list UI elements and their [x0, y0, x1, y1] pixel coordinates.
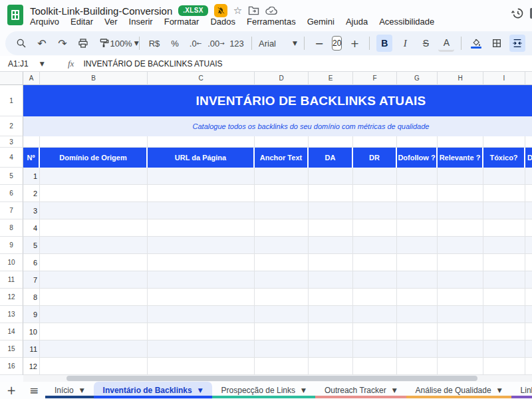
data-cell[interactable]	[397, 254, 438, 271]
row-header-15[interactable]: 15	[0, 340, 23, 358]
row-header-5[interactable]: 5	[0, 168, 23, 185]
data-cell[interactable]	[353, 254, 397, 271]
subtitle-cell[interactable]: Catalogue todos os backlinks do seu domí…	[23, 116, 532, 136]
data-cell[interactable]	[148, 306, 255, 323]
data-cell[interactable]	[309, 219, 353, 237]
data-cell[interactable]	[148, 168, 255, 185]
data-cell[interactable]	[397, 323, 438, 340]
data-cell[interactable]	[40, 237, 148, 254]
data-cell[interactable]	[353, 168, 397, 185]
column-header-G[interactable]: G	[397, 72, 438, 85]
data-cell[interactable]	[397, 289, 438, 306]
table-header-cell[interactable]: Domínio de Origem	[40, 148, 148, 168]
data-cell[interactable]	[483, 340, 525, 358]
data-cell[interactable]	[353, 185, 397, 202]
data-cell[interactable]	[438, 254, 483, 271]
item-number-cell[interactable]: 1	[23, 168, 40, 185]
empty-cell[interactable]	[148, 136, 255, 148]
data-cell[interactable]	[40, 289, 148, 306]
add-sheet-button[interactable]: +	[0, 382, 23, 399]
data-cell[interactable]	[438, 306, 483, 323]
name-box-caret[interactable]: ▼	[40, 61, 45, 67]
data-cell[interactable]	[353, 289, 397, 306]
data-cell[interactable]	[309, 358, 353, 375]
data-cell[interactable]	[309, 185, 353, 202]
sheet-tab-ana-lise-de-qualidade[interactable]: Análise de Qualidade▼	[406, 382, 511, 399]
table-header-cell[interactable]: URL da Página	[148, 148, 255, 168]
data-cell[interactable]	[353, 306, 397, 323]
data-cell[interactable]	[309, 289, 353, 306]
data-cell[interactable]	[255, 271, 309, 289]
data-cell[interactable]	[40, 219, 148, 237]
increase-decimal-button[interactable]: .00→	[208, 35, 224, 52]
row-header-2[interactable]: 2	[0, 116, 23, 136]
format-percent-button[interactable]: %	[167, 35, 183, 52]
data-cell[interactable]	[525, 254, 532, 271]
column-header-B[interactable]: B	[40, 72, 148, 85]
item-number-cell[interactable]: 9	[23, 306, 40, 323]
data-cell[interactable]	[525, 168, 532, 185]
data-cell[interactable]	[40, 168, 148, 185]
banner-title-cell[interactable]: INVENTÁRIO DE BACKLINKS ATUAIS	[23, 85, 532, 116]
data-cell[interactable]	[148, 323, 255, 340]
data-cell[interactable]	[438, 168, 483, 185]
data-cell[interactable]	[40, 358, 148, 375]
row-header-7[interactable]: 7	[0, 202, 23, 219]
menu-acessibilidade[interactable]: Acessibilidade	[379, 17, 434, 29]
data-cell[interactable]	[483, 254, 525, 271]
data-cell[interactable]	[309, 254, 353, 271]
data-cell[interactable]	[397, 340, 438, 358]
data-cell[interactable]	[255, 185, 309, 202]
empty-cell[interactable]	[40, 136, 148, 148]
item-number-cell[interactable]: 5	[23, 237, 40, 254]
data-cell[interactable]	[255, 340, 309, 358]
data-cell[interactable]	[397, 202, 438, 219]
all-sheets-button[interactable]: ≡	[23, 382, 45, 399]
column-header-F[interactable]: F	[353, 72, 397, 85]
sheets-logo-icon[interactable]	[7, 5, 23, 25]
menu-formatar[interactable]: Formatar	[164, 17, 200, 29]
data-cell[interactable]	[148, 340, 255, 358]
data-cell[interactable]	[309, 340, 353, 358]
bold-button[interactable]: B	[376, 35, 392, 52]
menu-ferramentas[interactable]: Ferramentas	[247, 17, 296, 29]
data-cell[interactable]	[397, 185, 438, 202]
column-header-clipped[interactable]	[525, 72, 532, 85]
decrease-font-size-button[interactable]: −	[311, 35, 327, 52]
data-cell[interactable]	[255, 306, 309, 323]
empty-cell[interactable]	[438, 136, 483, 148]
data-cell[interactable]	[255, 323, 309, 340]
zoom-select[interactable]: 100%▼	[116, 35, 132, 52]
data-cell[interactable]	[40, 271, 148, 289]
data-cell[interactable]	[309, 168, 353, 185]
data-cell[interactable]	[255, 237, 309, 254]
data-cell[interactable]	[525, 271, 532, 289]
table-header-cell[interactable]: DA	[309, 148, 353, 168]
sheet-tab-link-gap[interactable]: Link Gap	[511, 382, 532, 399]
data-cell[interactable]	[40, 254, 148, 271]
data-cell[interactable]	[483, 358, 525, 375]
data-cell[interactable]	[148, 219, 255, 237]
data-cell[interactable]	[40, 340, 148, 358]
sheet-tab-outreach-tracker[interactable]: Outreach Tracker▼	[315, 382, 406, 399]
empty-cell[interactable]	[23, 136, 40, 148]
font-select[interactable]: Arial▼	[259, 35, 297, 52]
sheet-tab-inventa-rio-de-backlinks[interactable]: Inventário de Backlinks▼	[94, 382, 212, 399]
item-number-cell[interactable]: 2	[23, 185, 40, 202]
data-cell[interactable]	[148, 254, 255, 271]
menu-dados[interactable]: Dados	[210, 17, 235, 29]
menu-arquivo[interactable]: Arquivo	[30, 17, 59, 29]
data-cell[interactable]	[309, 237, 353, 254]
item-number-cell[interactable]: 3	[23, 202, 40, 219]
data-cell[interactable]	[40, 306, 148, 323]
undo-button[interactable]: ↶	[34, 35, 50, 52]
item-number-cell[interactable]: 10	[23, 323, 40, 340]
data-cell[interactable]	[438, 289, 483, 306]
data-cell[interactable]	[483, 168, 525, 185]
row-header-1[interactable]: 1	[0, 85, 23, 116]
borders-button[interactable]	[489, 35, 505, 52]
row-header-13[interactable]: 13	[0, 306, 23, 323]
redo-button[interactable]: ↷	[55, 35, 70, 52]
data-cell[interactable]	[397, 237, 438, 254]
data-cell[interactable]	[397, 306, 438, 323]
